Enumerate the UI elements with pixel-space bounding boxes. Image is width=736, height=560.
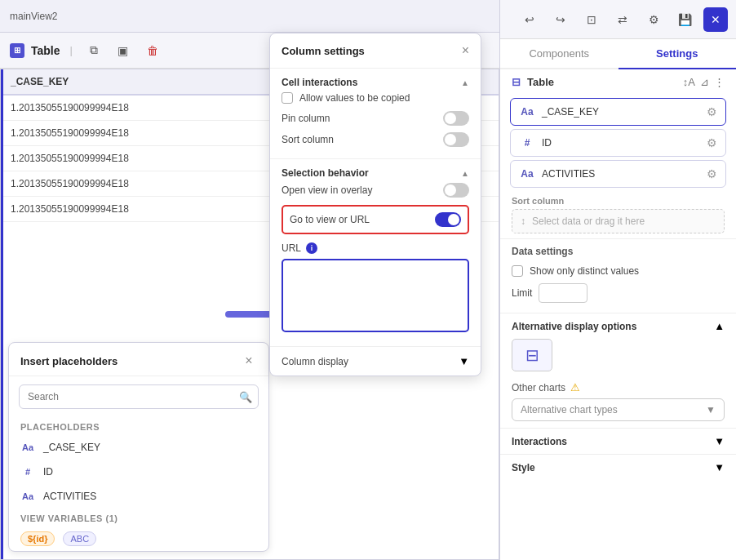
show-distinct-label: Show only distinct values <box>530 265 639 277</box>
interactions-chevron: ▼ <box>714 435 725 447</box>
type-icon-aa2: Aa <box>20 489 35 504</box>
col-row-id[interactable]: # ID ⚙ <box>510 129 726 157</box>
cs-header: Column settings × <box>270 33 481 69</box>
alt-display-icon: ⊟ <box>512 339 552 371</box>
cell-interactions-header[interactable]: Cell interactions ▲ <box>282 77 469 88</box>
placeholders-section-label: PLACEHOLDERS <box>9 417 268 435</box>
url-textarea[interactable] <box>282 259 469 332</box>
allow-copy-option: Allow values to be copied <box>282 88 469 108</box>
rp-shuffle-btn[interactable]: ⇄ <box>610 7 635 32</box>
rp-redo-btn[interactable]: ↪ <box>548 7 573 32</box>
column-display-chevron: ▼ <box>459 355 469 367</box>
breadcrumb-text: mainView2 <box>10 11 57 22</box>
col-name-case-key: _CASE_KEY <box>542 106 700 118</box>
rp-sort-icon[interactable]: ↕A <box>683 76 695 88</box>
warning-icon: ⚠ <box>570 381 580 393</box>
rp-more-icon[interactable]: ⋮ <box>714 76 725 88</box>
table-display-icon: ⊟ <box>525 345 539 365</box>
tab-components[interactable]: Components <box>500 39 619 68</box>
go-to-url-toggle[interactable] <box>435 212 461 227</box>
alt-display-header: Alternative display options ▲ <box>512 320 725 332</box>
type-badge: ABC <box>63 531 96 546</box>
selection-chevron: ▲ <box>461 169 469 178</box>
search-icon: 🔍 <box>239 391 252 403</box>
sort-column-input[interactable]: ↕ Select data or drag it here <box>512 209 725 233</box>
alt-chart-dropdown[interactable]: Alternative chart types ▼ <box>512 398 725 421</box>
column-settings-panel: Column settings × Cell interactions ▲ Al… <box>269 33 481 376</box>
rp-body: ⊟ Table ↕A ⊿ ⋮ Aa _CASE_KEY ⚙ # ID ⚙ <box>500 69 736 560</box>
tab-settings[interactable]: Settings <box>619 39 737 69</box>
style-header[interactable]: Style ▼ <box>512 461 725 473</box>
col-header-case-key[interactable]: _CASE_KEY <box>1 69 286 95</box>
pin-column-row: Pin column <box>282 108 469 129</box>
cs-close-btn[interactable]: × <box>462 43 469 58</box>
rp-add-view-btn[interactable]: ⊡ <box>579 7 604 32</box>
rp-table-icon: ⊟ <box>512 76 521 88</box>
placeholder-close-btn[interactable]: × <box>241 353 257 369</box>
rp-settings-btn[interactable]: ⚙ <box>641 7 666 32</box>
selection-behavior-header[interactable]: Selection behavior ▲ <box>282 167 469 179</box>
col-settings-btn-case-key[interactable]: ⚙ <box>707 105 717 118</box>
col-name-activities: ACTIVITIES <box>542 168 700 180</box>
rp-close-btn[interactable]: ✕ <box>703 7 728 32</box>
rp-filter-icon[interactable]: ⊿ <box>700 76 709 88</box>
alt-chart-dropdown-chevron: ▼ <box>706 404 716 416</box>
placeholder-title: Insert placeholders <box>20 355 117 367</box>
col-type-aa2: Aa <box>519 166 535 182</box>
col-type-aa: Aa <box>519 104 535 120</box>
rp-table-title: ⊟ Table <box>512 76 554 88</box>
column-display-label: Column display <box>282 356 348 367</box>
toolbar-title: Table <box>31 44 60 57</box>
show-distinct-checkbox[interactable] <box>512 265 523 277</box>
style-chevron: ▼ <box>714 461 725 473</box>
limit-input[interactable] <box>539 283 587 303</box>
open-view-label: Open view in overlay <box>282 184 372 196</box>
pin-column-toggle[interactable] <box>443 111 469 126</box>
sort-column-toggle[interactable] <box>443 132 469 147</box>
col-row-case-key[interactable]: Aa _CASE_KEY ⚙ <box>510 98 726 126</box>
col-settings-btn-activities[interactable]: ⚙ <box>707 167 717 180</box>
cell-interactions-chevron: ▲ <box>461 78 469 87</box>
limit-row: Limit <box>512 280 725 306</box>
url-label-text: URL <box>282 242 301 254</box>
cell-case-key-2: 1.20135055190099994E18 <box>1 121 286 146</box>
cell-case-key-5: 1.20135055190099994E18 <box>1 197 286 222</box>
go-to-url-label: Go to view or URL <box>290 214 370 225</box>
rp-save-btn[interactable]: 💾 <box>672 7 697 32</box>
placeholder-name-id: ID <box>43 466 53 478</box>
sort-column-label: Sort column <box>282 134 334 145</box>
toolbar-view-btn[interactable]: ▣ <box>112 39 135 62</box>
open-view-row: Open view in overlay <box>282 179 469 202</box>
alt-display-title: Alternative display options <box>512 321 636 332</box>
col-settings-btn-id[interactable]: ⚙ <box>707 136 717 149</box>
other-charts-label: Other charts <box>512 382 565 393</box>
column-display-row[interactable]: Column display ▼ <box>270 346 481 376</box>
sort-column-row: Sort column <box>282 129 469 150</box>
rp-undo-btn[interactable]: ↩ <box>517 7 542 32</box>
col-name-id: ID <box>542 137 700 149</box>
sort-column-placeholder: Select data or drag it here <box>532 216 645 227</box>
rp-toolbar: ↩ ↪ ⊡ ⇄ ⚙ 💾 ✕ <box>500 0 736 39</box>
other-charts-row: Other charts ⚠ <box>512 378 725 398</box>
cell-interactions-title: Cell interactions <box>282 77 357 88</box>
toolbar-copy-btn[interactable]: ⧉ <box>82 39 105 62</box>
rp-table-label: Table <box>527 76 554 88</box>
toolbar-delete-btn[interactable]: 🗑 <box>141 39 164 62</box>
alt-display-section: Alternative display options ▲ ⊟ Other ch… <box>500 313 736 428</box>
placeholder-name-activities: ACTIVITIES <box>43 491 96 502</box>
table-resize-handle[interactable] <box>225 311 274 318</box>
data-settings-title: Data settings <box>512 246 725 257</box>
show-distinct-row: Show only distinct values <box>512 262 725 280</box>
rp-tabs: Components Settings <box>500 39 736 69</box>
right-panel: ↩ ↪ ⊡ ⇄ ⚙ 💾 ✕ Components Settings ⊟ Tabl… <box>499 0 736 560</box>
alt-display-chevron: ▲ <box>714 320 725 332</box>
open-view-toggle[interactable] <box>443 183 469 198</box>
allow-copy-checkbox[interactable] <box>282 92 293 104</box>
search-input[interactable] <box>19 384 259 409</box>
sort-column-field: Sort column ↕ Select data or drag it her… <box>500 191 736 238</box>
rp-section-icons: ↕A ⊿ ⋮ <box>683 76 725 88</box>
col-row-activities[interactable]: Aa ACTIVITIES ⚙ <box>510 160 726 188</box>
interactions-header[interactable]: Interactions ▼ <box>512 435 725 447</box>
pin-column-label: Pin column <box>282 113 330 124</box>
url-info-icon: i <box>306 242 317 254</box>
